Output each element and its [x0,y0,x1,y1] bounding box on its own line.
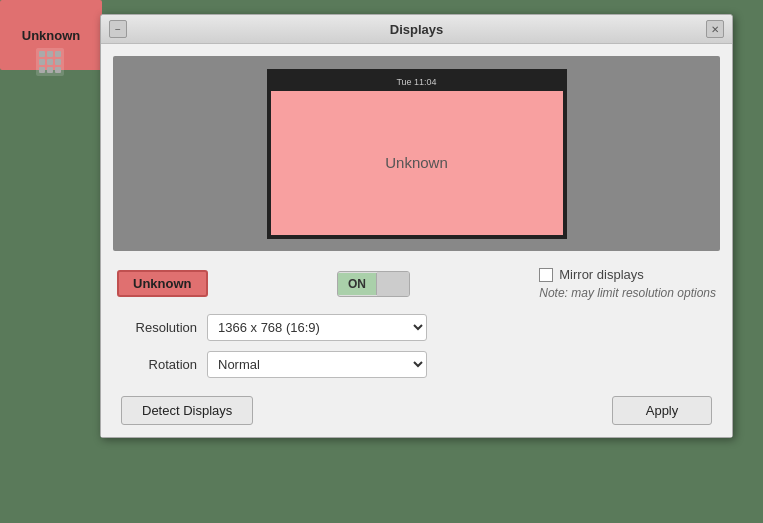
resolution-select[interactable]: 640 x 480800 x 6001024 x 7681280 x 720 (… [207,314,427,341]
controls-row-top: Unknown ON Mirror displays Note: may lim… [117,267,716,300]
monitor-content: Unknown [271,91,563,235]
mirror-label-row: Mirror displays [539,267,644,282]
resolution-row: Resolution 640 x 480800 x 6001024 x 7681… [117,314,716,341]
rotation-select[interactable]: NormalLeftRightUpside Down [207,351,427,378]
mirror-section: Mirror displays Note: may limit resoluti… [539,267,716,300]
on-toggle[interactable]: ON [337,271,410,297]
window-titlebar: − Displays ✕ [101,15,732,44]
on-label: ON [338,273,377,295]
detect-displays-button[interactable]: Detect Displays [121,396,253,425]
bottom-bar: Detect Displays Apply [117,396,716,425]
on-slider[interactable] [377,272,409,296]
controls-section: Unknown ON Mirror displays Note: may lim… [113,267,720,425]
apps-icon-area [0,42,100,82]
unknown-badge-label: Unknown [22,28,81,43]
monitor-topbar: Tue 11:04 [271,73,563,91]
mirror-label: Mirror displays [559,267,644,282]
monitor-frame: Tue 11:04 Unknown [267,69,567,239]
displays-window: − Displays ✕ Tue 11:04 Unknown [100,14,733,438]
window-controls: − [109,20,127,38]
resolution-label: Resolution [117,320,207,335]
display-preview-area: Tue 11:04 Unknown [113,56,720,251]
display-name-button[interactable]: Unknown [117,270,208,297]
apply-button[interactable]: Apply [612,396,712,425]
window-title: Displays [127,22,706,37]
window-body: Tue 11:04 Unknown Unknown ON Mi [101,44,732,437]
minimize-button[interactable]: − [109,20,127,38]
rotation-row: Rotation NormalLeftRightUpside Down [117,351,716,378]
close-button[interactable]: ✕ [706,20,724,38]
rotation-label: Rotation [117,357,207,372]
mirror-checkbox[interactable] [539,268,553,282]
mirror-note: Note: may limit resolution options [539,286,716,300]
window-close-controls: ✕ [706,20,724,38]
apps-grid-icon[interactable] [36,48,64,76]
